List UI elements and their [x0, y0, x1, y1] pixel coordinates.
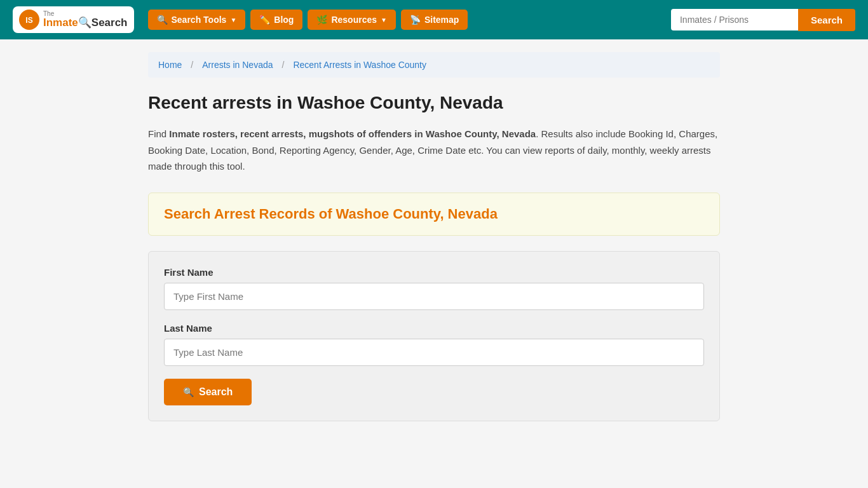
logo-brand: Inmate🔍Search: [43, 17, 128, 29]
search-section-box: Search Arrest Records of Washoe County, …: [148, 193, 720, 236]
logo[interactable]: IS The Inmate🔍Search: [13, 6, 134, 33]
header-search-button[interactable]: Search: [798, 9, 855, 31]
breadcrumb-nevada[interactable]: Arrests in Nevada: [202, 60, 273, 70]
search-submit-button[interactable]: Search: [164, 379, 252, 405]
page-title: Recent arrests in Washoe County, Nevada: [148, 93, 720, 113]
search-tools-label: Search Tools: [172, 15, 227, 25]
resources-label: Resources: [331, 15, 377, 25]
sitemap-icon: [410, 15, 421, 25]
description-bold: Inmate rosters, recent arrests, mugshots…: [169, 128, 536, 139]
blog-icon: [259, 15, 270, 25]
sitemap-label: Sitemap: [424, 15, 459, 25]
search-section-title: Search Arrest Records of Washoe County, …: [164, 206, 704, 222]
sitemap-button[interactable]: Sitemap: [401, 10, 468, 30]
search-tools-chevron: ▼: [230, 17, 236, 24]
search-submit-label: Search: [199, 386, 233, 398]
breadcrumb-sep-2: /: [282, 60, 285, 70]
last-name-group: Last Name: [164, 323, 704, 366]
description-intro: Find: [148, 128, 169, 139]
header-search-input[interactable]: [671, 9, 798, 30]
last-name-label: Last Name: [164, 323, 704, 334]
blog-button[interactable]: Blog: [250, 10, 302, 30]
main-nav: Search Tools ▼ Blog Resources ▼ Sitemap: [148, 10, 663, 30]
resources-chevron: ▼: [381, 17, 387, 24]
breadcrumb-sep-1: /: [191, 60, 193, 70]
first-name-label: First Name: [164, 267, 704, 278]
brand-search-icon: 🔍: [78, 17, 92, 29]
brand-name: Inmate: [43, 17, 78, 29]
breadcrumb: Home / Arrests in Nevada / Recent Arrest…: [148, 52, 720, 78]
search-form-area: First Name Last Name Search: [148, 251, 720, 421]
brand-accent: Search: [92, 17, 128, 29]
svg-text:IS: IS: [25, 16, 32, 25]
last-name-input[interactable]: [164, 339, 704, 366]
first-name-group: First Name: [164, 267, 704, 310]
breadcrumb-home[interactable]: Home: [158, 60, 182, 70]
page-description: Find Inmate rosters, recent arrests, mug…: [148, 126, 720, 175]
breadcrumb-current[interactable]: Recent Arrests in Washoe County: [293, 60, 426, 70]
blog-label: Blog: [274, 15, 294, 25]
logo-icon: IS: [19, 10, 39, 30]
first-name-input[interactable]: [164, 283, 704, 310]
search-submit-icon: [183, 386, 194, 398]
resources-button[interactable]: Resources ▼: [308, 10, 396, 30]
search-tools-button[interactable]: Search Tools ▼: [148, 10, 246, 30]
header-search-label: Search: [811, 15, 843, 25]
header-search-area: Search: [671, 9, 855, 31]
search-tools-icon: [157, 15, 168, 25]
resources-icon: [316, 15, 327, 25]
